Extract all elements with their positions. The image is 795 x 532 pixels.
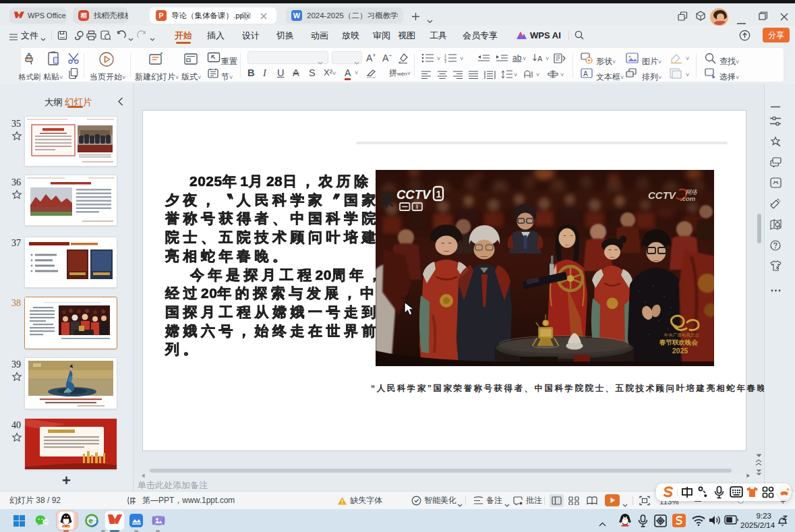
svg-text:3: 3 (444, 59, 446, 63)
svg-text:2025: 2025 (672, 347, 688, 355)
svg-text:CCTV: CCTV (396, 187, 432, 202)
svg-text:A: A (537, 55, 543, 63)
svg-text:A: A (583, 70, 588, 78)
svg-text:CCTV: CCTV (648, 189, 677, 201)
svg-text:中央广播电视总台: 中央广播电视总台 (664, 332, 699, 338)
svg-text:.com: .com (680, 195, 696, 202)
svg-text:e: e (89, 516, 93, 525)
svg-text:春节联欢晚会: 春节联欢晚会 (659, 338, 699, 346)
svg-text:1: 1 (436, 189, 442, 200)
